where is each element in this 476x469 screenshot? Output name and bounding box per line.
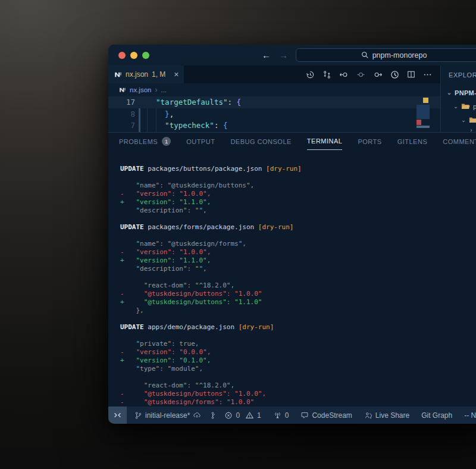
editor-line[interactable]: 7 "typecheck": { [108, 120, 440, 132]
terminal-line: UPDATE packages/forms/package.json [dry-… [120, 223, 476, 232]
timeline-icon[interactable] [390, 70, 399, 79]
minimap-search-marker [423, 98, 428, 103]
live-share-icon [364, 411, 372, 420]
package-path: apps/demo/package.json [144, 323, 239, 331]
current-change-icon[interactable] [356, 70, 365, 79]
error-icon [224, 411, 233, 420]
explorer-root-label: PNPM-MONOREPO [455, 89, 476, 96]
desktop-background: ← → pnpm-monorepo [0, 0, 476, 469]
dry-run-tag: [dry-run] [239, 323, 274, 331]
terminal-line: "description": "", [120, 207, 476, 215]
terminal-line: "react-dom": "^18.2.0", [120, 282, 476, 290]
explorer-root-folder[interactable]: ⌄ PNPM-MONOREPO [441, 86, 476, 99]
close-window-button[interactable] [118, 52, 126, 59]
remote-indicator[interactable] [108, 407, 127, 424]
terminal-line: "name": "@tuskdesign/buttons", [120, 182, 476, 190]
traffic-lights [108, 52, 149, 59]
live-share-status[interactable]: Live Share [364, 411, 409, 420]
gitlens-status[interactable] [209, 411, 217, 420]
diff-context-line: "react-dom": "^18.2.0", [120, 382, 234, 389]
diff-added-line: + "@tuskdesign/buttons": "1.1.0" [120, 298, 262, 306]
history-icon[interactable] [306, 70, 315, 79]
breadcrumb-file[interactable]: nx.json [130, 86, 151, 93]
line-number: 8 [108, 108, 135, 120]
terminal-line [120, 215, 476, 223]
minimize-window-button[interactable] [130, 52, 137, 59]
diff-context-line: "private": true, [120, 340, 199, 348]
panel-tab-ports[interactable]: PORTS [358, 133, 381, 150]
explorer-folder-nested[interactable]: ⌄ [441, 113, 476, 127]
problems-status[interactable]: 0 1 [224, 411, 261, 420]
cloud-upload-icon [193, 411, 201, 419]
folder-open-icon [469, 116, 476, 124]
tab-title: nx.json [126, 70, 148, 79]
editor-line[interactable]: 8 }, [108, 108, 440, 120]
terminal-output[interactable]: UPDATE packages/buttons/package.json [dr… [108, 150, 476, 407]
vim-mode-label: -- NORMAL -- [464, 411, 476, 420]
terminal-line: "react-dom": "^18.2.0", [120, 382, 476, 390]
tab-nx-json[interactable]: nx.json 1, M ✕ [108, 65, 184, 83]
terminal-line [120, 332, 476, 340]
maximize-window-button[interactable] [142, 52, 149, 59]
broadcast-status[interactable]: 0 [273, 411, 289, 420]
terminal-line: }, [120, 307, 476, 315]
breadcrumb-symbol[interactable]: ... [161, 86, 167, 93]
live-share-label: Live Share [375, 411, 409, 420]
vim-mode-status[interactable]: -- NORMAL -- [464, 411, 476, 420]
diff-context-line: "type": "module", [120, 365, 203, 373]
error-count: 0 [236, 411, 240, 420]
terminal-line [120, 373, 476, 382]
panel-tab-debug-console[interactable]: DEBUG CONSOLE [230, 133, 291, 150]
panel-tab-comments[interactable]: COMMENTS [443, 133, 476, 150]
minimap[interactable] [416, 96, 430, 132]
code-text: "targetDefaults": { [135, 96, 241, 108]
gitlens-icon [209, 411, 217, 420]
terminal-line: + "version": "0.1.0", [120, 357, 476, 365]
panel-tab-problems[interactable]: PROBLEMS1 [119, 133, 171, 150]
panel-tab-output[interactable]: OUTPUT [186, 133, 215, 150]
terminal-line: - "version": "0.0.0", [120, 348, 476, 357]
diff-context-line: "name": "@tuskdesign/buttons", [120, 182, 254, 189]
git-branch-status[interactable]: initial-release* [134, 411, 201, 420]
panel-tab-gitlens[interactable]: GITLENS [397, 133, 428, 150]
minimap-currentline-marker [416, 126, 430, 128]
code-text: "typecheck": { [135, 120, 228, 132]
indent-guide [147, 108, 148, 132]
panel-tabbar: PROBLEMS1OUTPUTDEBUG CONSOLETERMINALPORT… [108, 132, 476, 150]
diff-removed-line: - "@tuskdesign/forms": "1.0.0" [120, 398, 254, 406]
command-center-search[interactable]: pnpm-monorepo [296, 48, 476, 62]
chevron-down-icon: ⌄ [453, 103, 459, 110]
breadcrumb[interactable]: nx.json › ... [108, 83, 440, 96]
git-graph-status[interactable]: Git Graph [421, 411, 452, 420]
codestream-label: CodeStream [312, 411, 352, 420]
panel-tab-terminal[interactable]: TERMINAL [307, 133, 343, 150]
search-icon [361, 51, 369, 59]
editor-code-area[interactable]: 17 "targetDefaults": {8 },7 "typecheck":… [108, 96, 440, 132]
compare-changes-icon[interactable] [322, 70, 331, 79]
previous-change-icon[interactable] [339, 70, 349, 79]
editor-line[interactable]: 17 "targetDefaults": { [108, 96, 440, 108]
codestream-status[interactable]: CodeStream [300, 411, 352, 420]
explorer-folder-packages[interactable]: ⌄ packages [441, 99, 476, 113]
navigate-back-icon[interactable]: ← [262, 50, 271, 60]
panel-tab-label: DEBUG CONSOLE [230, 133, 291, 150]
git-graph-label: Git Graph [421, 411, 452, 420]
chevron-icon: › [468, 127, 474, 133]
panel-tab-label: COMMENTS [443, 133, 476, 150]
chevron-down-icon: ⌄ [461, 117, 466, 123]
navigate-forward-icon[interactable]: → [279, 50, 288, 60]
next-change-icon[interactable] [373, 70, 383, 79]
split-editor-icon[interactable] [407, 70, 415, 79]
minimap-error-marker [416, 120, 421, 125]
diff-added-line: + "version": "0.1.0", [120, 357, 211, 364]
panel-tab-label: PORTS [358, 133, 381, 150]
terminal-line: UPDATE packages/buttons/package.json [dr… [120, 165, 476, 173]
explorer-sidebar: EXPLORER ⌄ PNPM-MONOREPO ⌄ packages ⌄ [440, 65, 476, 132]
tab-close-icon[interactable]: ✕ [174, 71, 179, 79]
more-actions-icon[interactable] [423, 70, 432, 79]
explorer-row-partial[interactable]: › [441, 127, 476, 133]
terminal-line: "name": "@tuskdesign/forms", [120, 240, 476, 248]
diff-added-line: + "version": "1.1.0", [120, 257, 211, 264]
minimap-slider[interactable] [416, 105, 430, 119]
problems-badge: 1 [162, 137, 171, 146]
